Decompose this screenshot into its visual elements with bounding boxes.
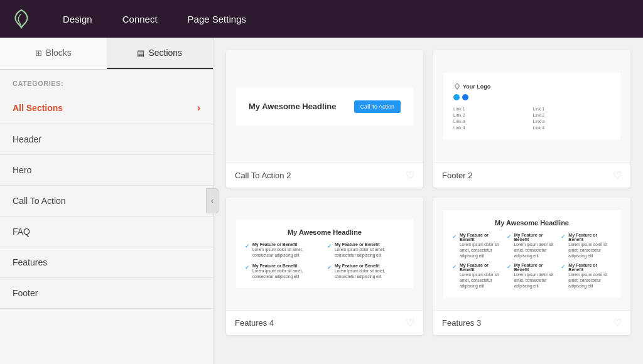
sidebar-item-all-sections[interactable]: All Sections › (0, 92, 213, 124)
top-nav: Design Connect Page Settings (0, 0, 643, 38)
main-layout: ⊞ Blocks ▤ Sections CATEGORIES: All Sect… (0, 38, 643, 364)
card-footer2[interactable]: Your Logo Link 1 Link 1 Link 2 Link 2 Li… (433, 50, 630, 188)
feature-item: ✓ My Feature or Benefit Lorem ipsum dolo… (452, 233, 503, 259)
features3-card-footer: Features 3 ♡ (433, 311, 630, 335)
tab-blocks[interactable]: ⊞ Blocks (0, 38, 107, 69)
check-icon: ✓ (245, 264, 250, 270)
feature-name: My Feature or Benefit (568, 233, 612, 242)
feature-item: ✓ My Feature or Benefit Lorem ipsum dolo… (561, 233, 612, 259)
feature-desc: Lorem ipsum dolor sit amet, consectetur … (252, 247, 322, 258)
card-features3[interactable]: My Awesome Headline ✓ My Feature or Bene… (433, 198, 630, 335)
blocks-tab-icon: ⊞ (35, 48, 42, 58)
cta2-favorite-icon[interactable]: ♡ (406, 169, 414, 181)
features3-title: My Awesome Headline (452, 219, 612, 227)
cta2-headline: My Awesome Headline (249, 102, 336, 111)
feature-text-block: My Feature or Benefit Lorem ipsum dolor … (460, 263, 503, 289)
footer2-preview-inner: Your Logo Link 1 Link 1 Link 2 Link 2 Li… (443, 73, 620, 140)
features4-card-footer: Features 4 ♡ (226, 311, 423, 335)
twitter-icon (453, 94, 460, 100)
facebook-icon (462, 94, 468, 100)
features4-preview: My Awesome Headline ✓ My Feature or Bene… (226, 198, 423, 311)
footer2-link: Link 1 (533, 107, 611, 111)
nav-connect[interactable]: Connect (117, 10, 163, 28)
feature-desc: Lorem ipsum dolor sit amet, consectetur … (514, 242, 558, 259)
collapse-sidebar-button[interactable]: ‹ (206, 188, 219, 213)
footer2-title: Footer 2 (442, 171, 472, 180)
check-icon: ✓ (452, 264, 457, 270)
cta2-preview-inner: My Awesome Headline Call To Action (236, 88, 413, 126)
sidebar-item-call-to-action[interactable]: Call To Action (0, 186, 213, 217)
check-icon: ✓ (245, 243, 250, 249)
cta2-preview: My Awesome Headline Call To Action (226, 50, 423, 163)
check-icon: ✓ (561, 264, 566, 270)
card-features4[interactable]: My Awesome Headline ✓ My Feature or Bene… (226, 198, 423, 335)
sidebar-item-footer[interactable]: Footer (0, 278, 213, 309)
footer2-link: Link 4 (453, 126, 531, 130)
features3-title-label: Features 3 (442, 318, 481, 328)
faq-label: FAQ (13, 227, 30, 237)
cta2-button: Call To Action (354, 100, 401, 113)
feature-text-block: My Feature or Benefit Lorem ipsum dolor … (568, 233, 612, 259)
feature-name: My Feature or Benefit (460, 233, 503, 242)
nav-page-settings[interactable]: Page Settings (183, 10, 251, 28)
features-label: Features (13, 257, 47, 267)
features3-preview: My Awesome Headline ✓ My Feature or Bene… (433, 198, 630, 311)
check-icon: ✓ (452, 233, 457, 240)
feature-desc: Lorem ipsum dolor sit amet, consectetur … (568, 242, 612, 259)
feature-name: My Feature or Benefit (568, 263, 612, 272)
categories-label: CATEGORIES: (0, 70, 213, 92)
features4-favorite-icon[interactable]: ♡ (406, 317, 414, 329)
feature-name: My Feature or Benefit (335, 242, 404, 247)
cards-grid: My Awesome Headline Call To Action Call … (226, 50, 630, 335)
card-cta2[interactable]: My Awesome Headline Call To Action Call … (226, 50, 423, 188)
cta2-footer: Call To Action 2 ♡ (226, 163, 423, 188)
sidebar-item-features[interactable]: Features (0, 247, 213, 278)
feature-desc: Lorem ipsum dolor sit amet, consectetur … (514, 272, 558, 289)
footer2-logo: Your Logo (453, 83, 610, 90)
footer2-link: Link 4 (533, 126, 611, 130)
check-icon: ✓ (327, 243, 332, 249)
feature-text-block: My Feature or Benefit Lorem ipsum dolor … (335, 264, 404, 279)
feature-name: My Feature or Benefit (460, 263, 503, 272)
footer2-link: Link 3 (533, 119, 611, 124)
features3-favorite-icon[interactable]: ♡ (613, 317, 622, 329)
footer2-link: Link 2 (453, 113, 531, 117)
sidebar-item-header[interactable]: Header (0, 124, 213, 155)
features3-grid: ✓ My Feature or Benefit Lorem ipsum dolo… (452, 233, 612, 289)
chevron-right-icon: › (197, 102, 200, 114)
feature-item: ✓ My Feature or Benefit Lorem ipsum dolo… (327, 242, 404, 258)
footer2-logo-text: Your Logo (463, 83, 490, 90)
sidebar-item-hero[interactable]: Hero (0, 155, 213, 186)
nav-design[interactable]: Design (58, 10, 97, 28)
cta-label: Call To Action (13, 196, 66, 206)
feature-item: ✓ My Feature or Benefit Lorem ipsum dolo… (327, 264, 404, 279)
feature-desc: Lorem ipsum dolor sit amet, consectetur … (335, 247, 404, 258)
features3-preview-inner: My Awesome Headline ✓ My Feature or Bene… (443, 210, 620, 297)
feature-text-block: My Feature or Benefit Lorem ipsum dolor … (460, 233, 503, 259)
all-sections-label: All Sections (13, 103, 63, 113)
footer2-favorite-icon[interactable]: ♡ (613, 169, 622, 181)
footer2-card-footer: Footer 2 ♡ (433, 163, 630, 188)
feature-name: My Feature or Benefit (252, 242, 322, 247)
sections-tab-icon: ▤ (137, 48, 144, 58)
check-icon: ✓ (507, 264, 512, 270)
check-icon: ✓ (561, 233, 566, 240)
feature-text-block: My Feature or Benefit Lorem ipsum dolor … (514, 263, 558, 289)
tab-sections[interactable]: ▤ Sections (107, 38, 213, 69)
feature-item: ✓ My Feature or Benefit Lorem ipsum dolo… (245, 242, 322, 258)
feature-text-block: My Feature or Benefit Lorem ipsum dolor … (252, 242, 322, 258)
footer2-link: Link 1 (453, 107, 531, 111)
feature-text-block: My Feature or Benefit Lorem ipsum dolor … (514, 233, 558, 259)
features4-preview-inner: My Awesome Headline ✓ My Feature or Bene… (236, 220, 413, 287)
tab-blocks-label: Blocks (46, 48, 72, 58)
feature-desc: Lorem ipsum dolor sit amet, consectetur … (460, 272, 503, 289)
footer2-links: Link 1 Link 1 Link 2 Link 2 Link 3 Link … (453, 107, 610, 130)
features4-title: My Awesome Headline (245, 228, 404, 236)
footer2-preview: Your Logo Link 1 Link 1 Link 2 Link 2 Li… (433, 50, 630, 163)
check-icon: ✓ (327, 264, 332, 270)
feature-text-block: My Feature or Benefit Lorem ipsum dolor … (252, 264, 322, 279)
content-area: My Awesome Headline Call To Action Call … (213, 38, 643, 364)
sidebar-item-faq[interactable]: FAQ (0, 217, 213, 247)
header-label: Header (13, 134, 41, 144)
footer2-link: Link 2 (533, 113, 611, 117)
